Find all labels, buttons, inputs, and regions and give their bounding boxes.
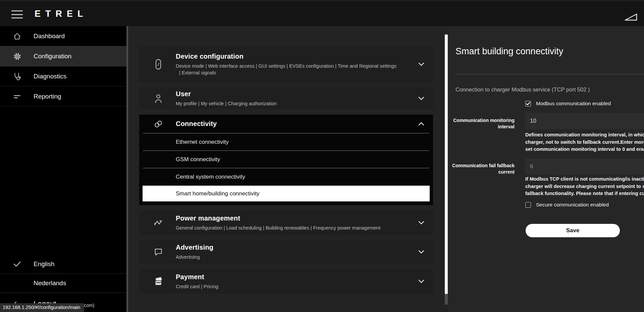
description-line: charger, not to switch to fallback curre… bbox=[525, 139, 644, 146]
link-icon bbox=[153, 120, 163, 128]
section-subtitle: General configuration | Load scheduling … bbox=[176, 225, 418, 231]
modbus-communication-checkbox[interactable]: Modbus communication enabled bbox=[525, 101, 611, 107]
section-connectivity: Connectivity Ethernet connectivity GSM c… bbox=[139, 115, 433, 205]
checkmark-icon bbox=[12, 261, 22, 267]
section-title: Payment bbox=[176, 273, 418, 281]
section-payment[interactable]: Payment Credit card | Pricing bbox=[139, 269, 433, 294]
stethoscope-icon bbox=[12, 72, 22, 81]
description-line: set communication monitoring interval to… bbox=[525, 146, 644, 153]
sidebar-item-configuration[interactable]: Configuration bbox=[0, 46, 126, 66]
sidebar-item-label: Configuration bbox=[34, 53, 71, 60]
sidebar-item-reporting[interactable]: Reporting bbox=[0, 86, 126, 107]
device-icon bbox=[153, 59, 163, 70]
chevron-down-icon bbox=[418, 279, 424, 283]
description-line: Defines communication monitoring interva… bbox=[525, 131, 644, 139]
language-label: English bbox=[34, 260, 54, 268]
signal-triangle-icon bbox=[624, 13, 638, 21]
chevron-down-icon bbox=[418, 62, 424, 66]
monitoring-interval-description: Defines communication monitoring interva… bbox=[525, 131, 644, 153]
checkbox-label: Modbus communication enabled bbox=[536, 101, 611, 107]
secure-communication-checkbox[interactable]: Secure communication enabled bbox=[525, 202, 609, 208]
section-user[interactable]: User My profile | My vehicle | Charging … bbox=[139, 87, 433, 109]
sidebar-item-label: Diagnostics bbox=[34, 73, 66, 80]
section-subtitle: My profile | My vehicle | Charging autho… bbox=[176, 100, 418, 107]
scrollbar-thumb[interactable] bbox=[445, 35, 448, 294]
section-subtitle: Advertising bbox=[176, 254, 418, 260]
chevron-up-icon bbox=[418, 122, 424, 126]
save-button[interactable]: Save bbox=[526, 224, 620, 237]
home-icon bbox=[12, 32, 22, 41]
subitem-smart-home-building-connectivity[interactable]: Smart home/building connectivity bbox=[143, 186, 430, 201]
configuration-main: Device configuration Device mode | Web i… bbox=[128, 26, 448, 312]
section-connectivity-header[interactable]: Connectivity bbox=[139, 115, 433, 133]
panel-title: Smart building connectivity bbox=[455, 46, 563, 57]
subtitle-line: | External signals bbox=[176, 69, 418, 76]
fallback-current-description: If Modbus TCP client is not communicatin… bbox=[525, 176, 644, 197]
language-item-english[interactable]: English bbox=[0, 255, 126, 274]
language-switcher: English Nederlands bbox=[0, 255, 126, 293]
section-subtitle: Device mode | Web interface access | GUI… bbox=[176, 63, 418, 76]
section-title: User bbox=[176, 90, 418, 98]
sidebar-item-diagnostics[interactable]: Diagnostics bbox=[0, 66, 126, 86]
chat-bubble-icon bbox=[153, 248, 163, 256]
power-icon bbox=[153, 219, 163, 227]
divider bbox=[455, 74, 644, 74]
etrel-logo: ETREL bbox=[35, 9, 88, 19]
description-line: fallback functionality. Please note that… bbox=[525, 190, 644, 197]
credit-card-icon bbox=[153, 276, 163, 287]
scrollbar-track[interactable] bbox=[445, 294, 448, 305]
fallback-current-label: Communication fail fallback current bbox=[448, 163, 515, 175]
fallback-current-input[interactable] bbox=[525, 159, 644, 175]
subitem-gsm-connectivity[interactable]: GSM connectivity bbox=[139, 151, 433, 168]
section-subtitle: Credit card | Pricing bbox=[176, 283, 418, 290]
section-title: Advertising bbox=[176, 244, 418, 251]
subitem-central-system-connectivity[interactable]: Central system connectivity bbox=[139, 168, 433, 186]
language-item-nederlands[interactable]: Nederlands bbox=[0, 274, 126, 293]
monitoring-interval-input[interactable] bbox=[525, 113, 644, 129]
description-line: charger will decrease charging current s… bbox=[525, 183, 644, 190]
sidebar-item-dashboard[interactable]: Dashboard bbox=[0, 26, 126, 46]
description-line: If Modbus TCP client is not communicatin… bbox=[525, 176, 644, 183]
sidebar: Dashboard Configuration Diagnostics Repo… bbox=[0, 26, 126, 312]
checkbox-unchecked-icon bbox=[525, 202, 531, 208]
section-device-configuration[interactable]: Device configuration Device mode | Web i… bbox=[139, 46, 433, 82]
user-icon bbox=[153, 93, 163, 104]
chevron-down-icon bbox=[418, 250, 424, 254]
section-title: Device configuration bbox=[176, 53, 418, 60]
checkbox-label: Secure communication enabled bbox=[536, 202, 609, 208]
report-icon bbox=[12, 92, 22, 101]
section-title: Power management bbox=[176, 214, 418, 222]
section-title: Connectivity bbox=[176, 120, 418, 128]
chevron-down-icon bbox=[418, 221, 424, 225]
section-power-management[interactable]: Power management General configuration |… bbox=[139, 210, 433, 235]
browser-status-url: 192.168.1.250/#!/configuration/main bbox=[0, 303, 84, 312]
section-advertising[interactable]: Advertising Advertising bbox=[139, 240, 433, 264]
top-bar: ETREL bbox=[0, 0, 644, 26]
monitoring-interval-label: Communication monitoring interval bbox=[448, 117, 515, 130]
chevron-down-icon bbox=[418, 97, 424, 100]
checkbox-checked-icon bbox=[525, 101, 531, 107]
sidebar-item-label: Reporting bbox=[34, 93, 61, 100]
subtitle-line: Device mode | Web interface access | GUI… bbox=[176, 63, 418, 69]
sidebar-item-label: Dashboard bbox=[34, 33, 65, 40]
subitem-ethernet-connectivity[interactable]: Ethernet connectivity bbox=[139, 133, 433, 150]
gear-icon bbox=[12, 52, 22, 61]
panel-subtitle: Connection to charger Modbus service (TC… bbox=[455, 86, 590, 93]
hamburger-menu-icon[interactable] bbox=[11, 10, 23, 18]
sidebar-scrollbar[interactable] bbox=[126, 26, 128, 312]
language-label: Nederlands bbox=[34, 279, 66, 287]
smart-building-connectivity-panel: Smart building connectivity Connection t… bbox=[448, 26, 644, 312]
